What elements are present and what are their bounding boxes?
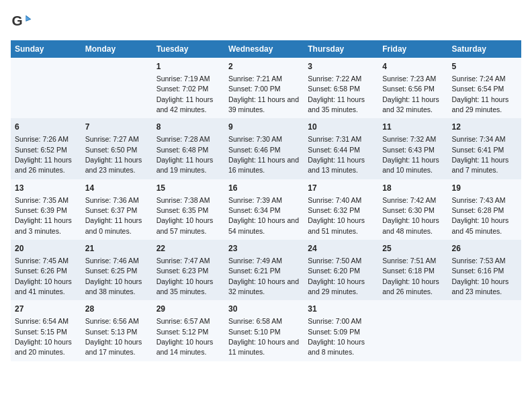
day-cell: 19Sunrise: 7:43 AM Sunset: 6:28 PM Dayli…	[448, 179, 521, 240]
day-number: 23	[228, 243, 300, 255]
day-cell: 20Sunrise: 7:45 AM Sunset: 6:26 PM Dayli…	[11, 240, 81, 300]
header-cell-sunday: Sunday	[11, 40, 81, 58]
day-cell: 31Sunrise: 7:00 AM Sunset: 5:09 PM Dayli…	[304, 300, 378, 361]
day-number: 5	[452, 61, 517, 73]
day-info: Sunrise: 7:50 AM Sunset: 6:20 PM Dayligh…	[308, 257, 365, 295]
day-cell	[11, 58, 81, 118]
day-cell: 29Sunrise: 6:57 AM Sunset: 5:12 PM Dayli…	[152, 300, 224, 361]
day-info: Sunrise: 7:19 AM Sunset: 7:02 PM Dayligh…	[157, 75, 214, 113]
day-info: Sunrise: 7:43 AM Sunset: 6:28 PM Dayligh…	[452, 196, 509, 235]
day-info: Sunrise: 7:53 AM Sunset: 6:16 PM Dayligh…	[452, 257, 509, 295]
day-number: 24	[308, 243, 374, 255]
day-info: Sunrise: 7:30 AM Sunset: 6:46 PM Dayligh…	[228, 135, 299, 174]
day-info: Sunrise: 7:45 AM Sunset: 6:26 PM Dayligh…	[15, 257, 72, 295]
calendar-body: 1Sunrise: 7:19 AM Sunset: 7:02 PM Daylig…	[11, 58, 521, 361]
day-cell: 9Sunrise: 7:30 AM Sunset: 6:46 PM Daylig…	[224, 118, 304, 179]
day-cell: 26Sunrise: 7:53 AM Sunset: 6:16 PM Dayli…	[448, 240, 521, 300]
day-number: 15	[157, 183, 220, 194]
day-number: 17	[308, 183, 374, 194]
day-number: 28	[85, 304, 148, 315]
day-cell: 23Sunrise: 7:49 AM Sunset: 6:21 PM Dayli…	[224, 240, 304, 300]
day-cell: 12Sunrise: 7:34 AM Sunset: 6:41 PM Dayli…	[448, 118, 521, 179]
week-row-4: 20Sunrise: 7:45 AM Sunset: 6:26 PM Dayli…	[11, 240, 521, 300]
day-number: 18	[382, 183, 443, 194]
day-cell: 6Sunrise: 7:26 AM Sunset: 6:52 PM Daylig…	[11, 118, 81, 179]
day-info: Sunrise: 6:57 AM Sunset: 5:12 PM Dayligh…	[157, 317, 214, 356]
header-cell-thursday: Thursday	[304, 40, 378, 58]
day-info: Sunrise: 7:00 AM Sunset: 5:09 PM Dayligh…	[308, 317, 365, 356]
day-number: 3	[308, 61, 374, 73]
day-cell: 30Sunrise: 6:58 AM Sunset: 5:10 PM Dayli…	[224, 300, 304, 361]
page-header: G	[11, 11, 521, 32]
day-info: Sunrise: 7:36 AM Sunset: 6:37 PM Dayligh…	[85, 196, 142, 235]
day-number: 1	[157, 61, 220, 73]
day-number: 2	[228, 61, 300, 73]
day-info: Sunrise: 7:49 AM Sunset: 6:21 PM Dayligh…	[228, 257, 299, 295]
header-cell-friday: Friday	[378, 40, 447, 58]
day-cell: 27Sunrise: 6:54 AM Sunset: 5:15 PM Dayli…	[11, 300, 81, 361]
day-info: Sunrise: 7:46 AM Sunset: 6:25 PM Dayligh…	[85, 257, 142, 295]
day-info: Sunrise: 7:21 AM Sunset: 7:00 PM Dayligh…	[228, 75, 299, 113]
day-info: Sunrise: 7:26 AM Sunset: 6:52 PM Dayligh…	[15, 135, 72, 174]
day-number: 13	[15, 183, 77, 194]
day-number: 16	[228, 183, 300, 194]
day-cell: 8Sunrise: 7:28 AM Sunset: 6:48 PM Daylig…	[152, 118, 224, 179]
svg-text:G: G	[12, 13, 23, 28]
header-cell-wednesday: Wednesday	[224, 40, 304, 58]
day-cell: 7Sunrise: 7:27 AM Sunset: 6:50 PM Daylig…	[81, 118, 152, 179]
day-number: 9	[228, 122, 300, 133]
day-number: 20	[15, 243, 77, 255]
week-row-2: 6Sunrise: 7:26 AM Sunset: 6:52 PM Daylig…	[11, 118, 521, 179]
day-number: 10	[308, 122, 374, 133]
day-number: 11	[382, 122, 443, 133]
day-info: Sunrise: 7:35 AM Sunset: 6:39 PM Dayligh…	[15, 196, 72, 235]
day-info: Sunrise: 7:51 AM Sunset: 6:18 PM Dayligh…	[382, 257, 439, 295]
header-row: SundayMondayTuesdayWednesdayThursdayFrid…	[11, 40, 521, 58]
day-info: Sunrise: 6:56 AM Sunset: 5:13 PM Dayligh…	[85, 317, 142, 356]
day-info: Sunrise: 6:58 AM Sunset: 5:10 PM Dayligh…	[228, 317, 299, 356]
day-number: 25	[382, 243, 443, 255]
day-number: 27	[15, 304, 77, 315]
day-cell	[81, 58, 152, 118]
day-number: 26	[452, 243, 517, 255]
day-cell	[378, 300, 447, 361]
day-cell: 17Sunrise: 7:40 AM Sunset: 6:32 PM Dayli…	[304, 179, 378, 240]
day-info: Sunrise: 7:38 AM Sunset: 6:35 PM Dayligh…	[157, 196, 214, 235]
day-number: 30	[228, 304, 300, 315]
day-number: 6	[15, 122, 77, 133]
day-cell: 11Sunrise: 7:32 AM Sunset: 6:43 PM Dayli…	[378, 118, 447, 179]
day-info: Sunrise: 7:32 AM Sunset: 6:43 PM Dayligh…	[382, 135, 439, 174]
day-number: 8	[157, 122, 220, 133]
day-cell: 18Sunrise: 7:42 AM Sunset: 6:30 PM Dayli…	[378, 179, 447, 240]
day-cell: 28Sunrise: 6:56 AM Sunset: 5:13 PM Dayli…	[81, 300, 152, 361]
day-cell: 13Sunrise: 7:35 AM Sunset: 6:39 PM Dayli…	[11, 179, 81, 240]
day-number: 7	[85, 122, 148, 133]
day-cell: 16Sunrise: 7:39 AM Sunset: 6:34 PM Dayli…	[224, 179, 304, 240]
day-cell: 25Sunrise: 7:51 AM Sunset: 6:18 PM Dayli…	[378, 240, 447, 300]
week-row-3: 13Sunrise: 7:35 AM Sunset: 6:39 PM Dayli…	[11, 179, 521, 240]
day-number: 21	[85, 243, 148, 255]
calendar-table: SundayMondayTuesdayWednesdayThursdayFrid…	[11, 40, 521, 361]
day-number: 29	[157, 304, 220, 315]
day-cell: 4Sunrise: 7:23 AM Sunset: 6:56 PM Daylig…	[378, 58, 447, 118]
day-info: Sunrise: 6:54 AM Sunset: 5:15 PM Dayligh…	[15, 317, 72, 356]
day-cell: 1Sunrise: 7:19 AM Sunset: 7:02 PM Daylig…	[152, 58, 224, 118]
header-cell-monday: Monday	[81, 40, 152, 58]
day-info: Sunrise: 7:27 AM Sunset: 6:50 PM Dayligh…	[85, 135, 142, 174]
day-info: Sunrise: 7:28 AM Sunset: 6:48 PM Dayligh…	[157, 135, 214, 174]
day-info: Sunrise: 7:40 AM Sunset: 6:32 PM Dayligh…	[308, 196, 365, 235]
day-info: Sunrise: 7:39 AM Sunset: 6:34 PM Dayligh…	[228, 196, 299, 235]
day-info: Sunrise: 7:23 AM Sunset: 6:56 PM Dayligh…	[382, 75, 439, 113]
header-cell-saturday: Saturday	[448, 40, 521, 58]
day-cell: 15Sunrise: 7:38 AM Sunset: 6:35 PM Dayli…	[152, 179, 224, 240]
week-row-1: 1Sunrise: 7:19 AM Sunset: 7:02 PM Daylig…	[11, 58, 521, 118]
day-cell: 24Sunrise: 7:50 AM Sunset: 6:20 PM Dayli…	[304, 240, 378, 300]
day-number: 31	[308, 304, 374, 315]
day-number: 12	[452, 122, 517, 133]
day-cell: 3Sunrise: 7:22 AM Sunset: 6:58 PM Daylig…	[304, 58, 378, 118]
day-cell: 5Sunrise: 7:24 AM Sunset: 6:54 PM Daylig…	[448, 58, 521, 118]
calendar-header: SundayMondayTuesdayWednesdayThursdayFrid…	[11, 40, 521, 58]
day-number: 19	[452, 183, 517, 194]
day-cell: 21Sunrise: 7:46 AM Sunset: 6:25 PM Dayli…	[81, 240, 152, 300]
day-cell: 14Sunrise: 7:36 AM Sunset: 6:37 PM Dayli…	[81, 179, 152, 240]
